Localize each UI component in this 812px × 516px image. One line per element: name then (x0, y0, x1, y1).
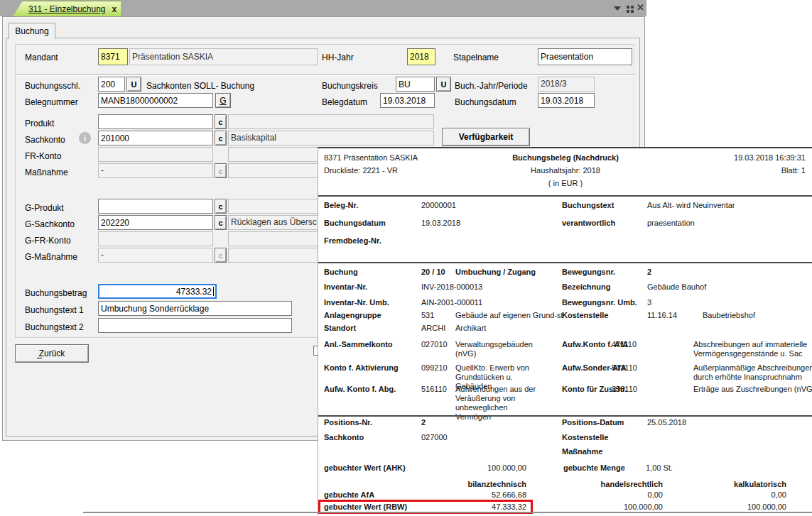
massnahme-label: Maßnahme (25, 168, 68, 177)
document-tab-label: 311 - Einzelbuchung (28, 4, 106, 14)
hh-jahr-input[interactable] (407, 48, 435, 65)
inventar-umb-label: Inventar-Nr. Umb. (324, 298, 389, 307)
bewegungsnr-label: Bewegungsnr. (562, 268, 615, 277)
buchungsbetrag-input[interactable] (98, 284, 217, 299)
document-tab[interactable]: 311 - Einzelbuchung x (13, 1, 121, 16)
sammel-label: Anl.-Sammelkonto (324, 340, 393, 349)
abg-label: Aufw. Konto f. Abg. (324, 385, 396, 394)
produkt-input[interactable] (98, 114, 213, 129)
col-kalkulatorisch: kalkulatorisch (687, 480, 786, 489)
report-datetime: 19.03.2018 16:39:31 (673, 153, 806, 163)
bewegungsnr-umb-label: Bewegungsnr. Umb. (562, 298, 637, 307)
bezeichnung-label: Bezeichnung (562, 282, 610, 292)
buchungstext2-input[interactable] (98, 318, 292, 333)
bezeichnung-value: Gebäude Bauhof (647, 282, 706, 292)
kostenstelle-text: Baubetriebshof (703, 311, 755, 320)
buchungstext2-label: Buchungstext 2 (25, 322, 84, 332)
kostenstelle-label: Kostenstelle (562, 311, 608, 320)
text-cursor (213, 287, 214, 296)
ahk-label: gebuchter Wert (AHK) (324, 463, 406, 473)
sachkonto-clear-button[interactable]: c (215, 131, 227, 146)
rbw-handels: 100.000,00 (563, 503, 663, 512)
report-sheet: Blatt: 1 (673, 166, 806, 175)
belegnummer-g-button[interactable]: G (215, 93, 231, 108)
screen: 311 - Einzelbuchung x ✕ Buchung Mandant … (0, 0, 812, 516)
produkt-desc-field (228, 114, 434, 129)
verfuegbarkeit-button[interactable]: Verfügbarkeit (442, 128, 530, 146)
standort-text: Archikart (455, 324, 486, 333)
window-close-icon[interactable]: ✕ (637, 2, 644, 13)
buchungstext-label: Buchungstext (562, 201, 614, 210)
inventar-label: Inventar-Nr. (324, 282, 367, 292)
belegnummer-label: Belegnummer (25, 97, 78, 107)
buchungsschl-input[interactable] (98, 77, 125, 92)
fr-konto-label: FR-Konto (25, 151, 61, 161)
buchungsbetrag-label: Buchungsbetrag (25, 288, 87, 298)
bewegungsnr-value: 2 (647, 268, 651, 277)
col-handelsrechtlich: handelsrechtlich (563, 480, 663, 489)
afa-konto-nr: 471110 (612, 340, 637, 349)
buchungskreis-input[interactable] (396, 77, 435, 92)
buchungsbeleg-report-window: 8371 Präsentation SASKIA Druckliste: 222… (318, 147, 812, 516)
g-sachkonto-input[interactable] (98, 215, 213, 230)
report-rule-2 (318, 262, 812, 263)
rbw-label: gebuchter Wert (RBW) (324, 503, 407, 512)
buchungstext1-label: Buchungstext 1 (25, 305, 84, 315)
info-icon[interactable]: i (79, 132, 91, 144)
pos-massnahme-label: Maßnahme (562, 447, 602, 456)
hh-jahr-label: HH-Jahr (322, 53, 354, 62)
beleg-nr-value: 20000001 (421, 201, 456, 210)
buchung-code: 20 / 10 (421, 268, 445, 277)
mandant-input[interactable] (98, 48, 128, 65)
sonder-afa-nr: 513110 (612, 363, 637, 373)
buchungskreis-history-button[interactable]: U (436, 77, 451, 92)
report-rule-3 (318, 415, 812, 417)
zuschr-nr: 358110 (612, 385, 637, 394)
g-massnahme-label: G-Maßnahme (25, 252, 77, 262)
afa-konto-text: Abschreibungen auf immaterielle Vermögen… (693, 340, 812, 358)
stapelname-input[interactable] (538, 48, 632, 65)
buchungstext1-input[interactable] (98, 301, 292, 316)
standort-label: Standort (324, 324, 356, 333)
produkt-label: Produkt (25, 119, 54, 128)
g-sachkonto-label: G-Sachkonto (25, 219, 75, 229)
abg-nr: 516110 (421, 385, 447, 394)
buchungsdatum-input[interactable] (538, 93, 595, 108)
window-menu-icon[interactable] (614, 6, 621, 11)
buchungstext-value: Aus Alt- wird Neuinventar (647, 201, 735, 210)
pos-sachkonto-value: 027000 (421, 433, 448, 442)
pos-sachkonto-label: Sachkonto (324, 433, 364, 442)
belegnummer-input[interactable] (98, 93, 213, 108)
kostenstelle-nr: 11.16.14 (647, 311, 677, 320)
tab-buchung[interactable]: Buchung (9, 23, 55, 39)
ahk-value: 100.000,00 (425, 463, 526, 473)
g-sachkonto-clear-button[interactable]: c (215, 215, 227, 230)
report-rule-1 (318, 195, 812, 197)
verantwortlich-label: verantwortlich (562, 219, 615, 228)
buchung-label: Buchung (324, 268, 358, 277)
buch-jahr-periode-label: Buch.-Jahr/Periode (455, 81, 528, 91)
belegdatum-input[interactable] (380, 93, 435, 108)
pos-kostenstelle-label: Kostenstelle (562, 433, 608, 442)
mandant-name-field: Präsentation SASKIA (129, 48, 318, 65)
g-produkt-clear-button[interactable]: c (215, 199, 227, 214)
beleg-nr-label: Beleg-Nr. (324, 201, 358, 210)
window-tab-bar: 311 - Einzelbuchung x ✕ (0, 0, 646, 16)
sachkonto-input[interactable] (98, 131, 213, 146)
anlagengruppe-label: Anlagengruppe (324, 311, 381, 320)
bewegungsnr-umb-value: 3 (647, 298, 651, 307)
rbw-bilanz: 47.333,32 (425, 503, 526, 512)
produkt-clear-button[interactable]: c (215, 114, 227, 129)
buchungsschl-label: Buchungsschl. (25, 81, 80, 91)
gebuchte-afa-bilanz: 52.666,68 (425, 490, 526, 500)
anlagengruppe-text: Gebäude auf eigenen Grund-st (455, 311, 563, 320)
pos-nr-label: Positions-Nr. (324, 418, 372, 427)
tile-windows-icon[interactable] (627, 6, 629, 9)
buchungsschl-history-button[interactable]: U (126, 77, 141, 92)
tab-close-icon[interactable]: x (112, 4, 117, 14)
fr-konto-field (98, 147, 213, 162)
g-produkt-input[interactable] (98, 199, 213, 214)
massnahme-field: - (98, 163, 213, 178)
pos-datum-value: 25.05.2018 (647, 418, 686, 427)
zurueck-button[interactable]: Zurück (15, 344, 89, 363)
